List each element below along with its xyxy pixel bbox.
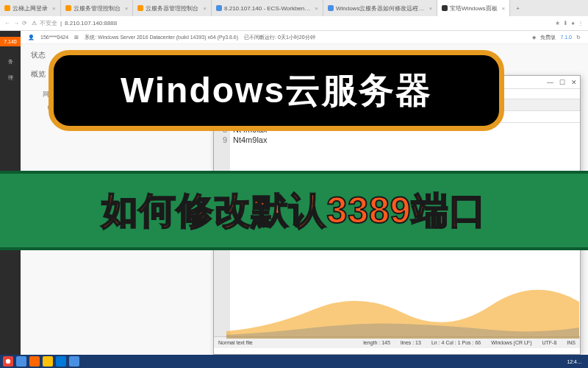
- tab-favicon: [442, 5, 448, 11]
- new-tab-button[interactable]: +: [510, 5, 526, 12]
- line-number: 9: [214, 135, 227, 145]
- status-length: length : 145: [363, 340, 390, 345]
- browser-tab[interactable]: 云梯上网登录×: [0, 0, 61, 16]
- banner-title-text: Windows云服务器: [121, 67, 432, 114]
- taskbar-clock[interactable]: 12:4…: [567, 359, 585, 364]
- windows-taskbar: 12:4…: [0, 355, 588, 368]
- taskbar-start-icon[interactable]: [16, 356, 26, 367]
- tab-favicon: [216, 5, 222, 11]
- forward-icon[interactable]: →: [13, 20, 19, 26]
- taskbar-app-icon[interactable]: [69, 356, 79, 367]
- taskbar-explorer-icon[interactable]: [43, 356, 53, 367]
- address-bar: ← → ⟳ ⚠ 不安全 | 8.210.107.140:8888 ★ ⬇ ● ⋮: [0, 16, 588, 31]
- back-icon[interactable]: ←: [4, 20, 10, 26]
- code-line: Nt4m9lax: [233, 135, 577, 145]
- version-label: 7.1.0: [560, 35, 572, 40]
- close-icon[interactable]: ×: [429, 5, 432, 12]
- taskbar-chrome-icon[interactable]: [3, 356, 13, 367]
- tab-favicon: [4, 5, 10, 11]
- extension-icon[interactable]: ★: [555, 20, 560, 26]
- reload-icon[interactable]: ⟳: [22, 20, 27, 26]
- close-icon[interactable]: ×: [203, 5, 207, 12]
- tab-label: 云梯上网登录: [12, 4, 48, 13]
- status-mode: INS: [567, 340, 576, 345]
- banner-subtitle-text: 如何修改默认3389端口: [101, 186, 486, 236]
- close-icon[interactable]: ×: [125, 5, 129, 12]
- windows-icon: ⊞: [74, 35, 79, 40]
- close-icon[interactable]: ×: [52, 5, 56, 12]
- traffic-chart: [226, 287, 579, 339]
- system-label: 系统: Windows Server 2016 Datacenter (buil…: [85, 34, 238, 41]
- status-filetype: Normal text file: [218, 340, 253, 345]
- sidebar-item[interactable]: 理: [0, 70, 21, 86]
- browser-tab[interactable]: 云服务器管理控制台×: [133, 0, 212, 16]
- menu-icon[interactable]: ⋮: [578, 20, 584, 26]
- browser-tab-strip: 云梯上网登录× 云服务管理控制台× 云服务器管理控制台× 8.210.107.1…: [0, 0, 588, 16]
- browser-tab[interactable]: 云服务管理控制台×: [61, 0, 134, 16]
- taskbar-app-icon[interactable]: [29, 356, 40, 367]
- tab-label: 云服务器管理控制台: [146, 4, 198, 13]
- browser-tab[interactable]: 8.210.107.140 - ECS-Workben…×: [212, 0, 323, 16]
- plan-label: 免费版: [540, 34, 556, 41]
- tab-label: 8.210.107.140 - ECS-Workben…: [224, 5, 310, 12]
- maximize-icon[interactable]: ☐: [559, 79, 565, 86]
- sidebar-item[interactable]: 务: [0, 54, 21, 70]
- status-eol: Windows (CR LF): [491, 340, 531, 345]
- chart-svg: [226, 287, 579, 339]
- tab-label: 云服务管理控制台: [74, 4, 121, 13]
- profile-icon[interactable]: ●: [571, 20, 575, 26]
- update-icon[interactable]: ↻: [576, 35, 581, 40]
- browser-tab[interactable]: Windows云服务器如何修改远程…×: [323, 0, 437, 16]
- tab-favicon: [65, 5, 71, 11]
- browser-action-icons: ★ ⬇ ● ⋮: [555, 20, 584, 26]
- close-icon[interactable]: ✕: [571, 79, 577, 86]
- browser-tab-active[interactable]: 宝塔Windows面板×: [437, 0, 510, 16]
- tab-favicon: [328, 5, 334, 11]
- insecure-label: 不安全: [40, 19, 57, 27]
- tab-label: Windows云服务器如何修改远程…: [336, 4, 424, 13]
- extension-icon[interactable]: ⬇: [563, 20, 568, 26]
- taskbar-edge-icon[interactable]: [56, 356, 66, 367]
- url-text: 8.210.107.140:8888: [65, 20, 117, 26]
- status-encoding: UTF-8: [542, 340, 556, 345]
- nav-arrows: ← → ⟳: [4, 20, 27, 26]
- url-box[interactable]: ⚠ 不安全 | 8.210.107.140:8888: [32, 19, 551, 27]
- status-position: Ln : 4 Col : 1 Pos : 66: [431, 340, 481, 345]
- minimize-icon[interactable]: —: [547, 79, 553, 86]
- status-lines: lines : 13: [401, 340, 421, 345]
- overlay-banner-title: Windows云服务器: [49, 50, 504, 131]
- tab-favicon: [137, 5, 143, 11]
- close-icon[interactable]: ×: [315, 5, 318, 12]
- tab-label: 宝塔Windows面板: [450, 4, 497, 13]
- user-icon: 👤: [28, 35, 35, 40]
- sidebar-ip-badge: 7.140: [0, 37, 21, 46]
- close-icon[interactable]: ×: [502, 5, 506, 12]
- insecure-icon: ⚠: [32, 20, 37, 26]
- top-info-bar: 👤 156****0424 ⊞ 系统: Windows Server 2016 …: [21, 31, 588, 44]
- uptime-label: 已不间断运行: 0天1小时20分钟: [244, 34, 315, 41]
- overlay-banner-subtitle: 如何修改默认3389端口: [0, 171, 588, 250]
- user-label: 156****0424: [40, 35, 68, 40]
- diamond-icon: ◈: [532, 35, 536, 40]
